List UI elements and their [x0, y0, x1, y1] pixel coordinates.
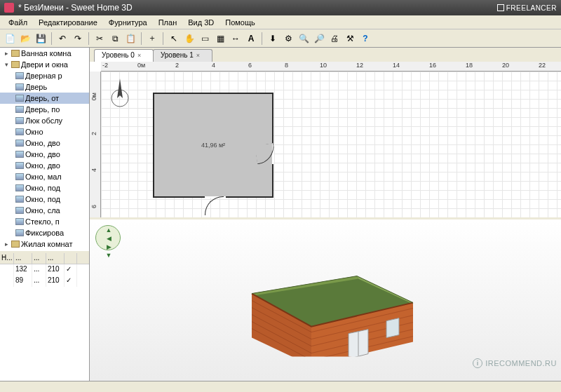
pan-tool[interactable]: ✋	[182, 32, 196, 46]
tool-a[interactable]: ⚙	[281, 32, 295, 46]
menu-bar: Файл Редактирование Фурнитура План Вид 3…	[0, 15, 561, 29]
catalog-item[interactable]: Дверь	[0, 81, 89, 93]
table-row[interactable]: 89 ... 210 ✓	[0, 276, 89, 287]
catalog-item[interactable]: Окно	[0, 126, 89, 137]
item-icon	[15, 106, 24, 113]
open-button[interactable]: 📂	[18, 32, 32, 46]
catalog-item[interactable]: Дверь, по	[0, 104, 89, 115]
catalog-item[interactable]: Фиксирова	[0, 227, 89, 238]
cut-button[interactable]: ✂	[93, 32, 107, 46]
catalog-item[interactable]: Стекло, п	[0, 216, 89, 227]
item-icon	[15, 95, 24, 102]
3d-view[interactable]: ▲ ◀▶ ▼	[90, 219, 561, 381]
collapse-icon[interactable]: ▾	[3, 61, 10, 68]
catalog-category[interactable]: ▸Жилая комнат	[0, 238, 89, 250]
catalog-item-selected[interactable]: Дверь, от	[0, 93, 89, 104]
catalog-item[interactable]: Окно, под	[0, 182, 89, 194]
svg-marker-19	[386, 318, 399, 337]
toolbar: 📄 📂 💾 ↶ ↷ ✂ ⧉ 📋 ＋ ↖ ✋ ▭ ▦ ↔ A ⬇ ⚙ 🔍 🔎 🖨 …	[0, 29, 561, 48]
add-furniture-button[interactable]: ＋	[145, 32, 159, 46]
paste-button[interactable]: 📋	[123, 32, 137, 46]
dimension-tool[interactable]: ↔	[229, 32, 243, 46]
item-icon	[15, 128, 24, 135]
item-icon	[15, 72, 24, 79]
catalog-item[interactable]: Дверная р	[0, 70, 89, 81]
furniture-catalog[interactable]: ▸Ванная комна ▾Двери и окна Дверная р Дв…	[0, 48, 89, 253]
freelancer-badge: FREELANCER	[497, 4, 557, 12]
menu-plan[interactable]: План	[153, 17, 183, 28]
watermark: i IRECOMMEND.RU	[473, 358, 557, 368]
select-tool[interactable]: ↖	[167, 32, 181, 46]
redo-button[interactable]: ↷	[71, 32, 85, 46]
compass-icon[interactable]	[109, 77, 130, 108]
copy-button[interactable]: ⧉	[108, 32, 122, 46]
new-button[interactable]: 📄	[3, 32, 17, 46]
tool-b[interactable]: 🔍	[297, 32, 311, 46]
folder-icon	[11, 50, 20, 57]
level-tabs: Уровень 0× Уровень 1×	[90, 48, 561, 62]
folder-icon	[11, 241, 20, 248]
freelancer-icon	[497, 4, 504, 11]
catalog-item[interactable]: Окно, дво	[0, 137, 89, 149]
prefs-button[interactable]: ⚒	[343, 32, 357, 46]
door-opening[interactable]	[272, 143, 273, 164]
tab-level-1[interactable]: Уровень 1×	[153, 49, 212, 62]
menu-edit[interactable]: Редактирование	[33, 17, 103, 28]
catalog-item[interactable]: Люк обслу	[0, 115, 89, 126]
tool-d[interactable]: 🖨	[327, 32, 342, 46]
right-panel: Уровень 0× Уровень 1× -2 0м 2 4 6 8 10 1…	[90, 48, 561, 381]
horizontal-ruler: -2 0м 2 4 6 8 10 12 14 16 18 20 22	[101, 62, 561, 72]
catalog-category[interactable]: ▾Двери и окна	[0, 59, 89, 70]
close-icon[interactable]: ×	[137, 52, 146, 60]
nav-right-icon[interactable]: ▶	[104, 243, 113, 251]
catalog-item[interactable]: Окно, мал	[0, 171, 89, 182]
room-shape[interactable]: 41,96 м²	[153, 93, 273, 198]
undo-button[interactable]: ↶	[55, 32, 69, 46]
nav-up-icon[interactable]: ▲	[104, 226, 113, 234]
catalog-item[interactable]: Окно, дво	[0, 160, 89, 171]
catalog-category[interactable]: ▸Ванная комна	[0, 48, 89, 59]
catalog-item[interactable]: Окно, дво	[0, 149, 89, 160]
door-opening[interactable]	[205, 196, 226, 198]
plan-view[interactable]: -2 0м 2 4 6 8 10 12 14 16 18 20 22 0м 2	[90, 62, 561, 217]
item-icon	[15, 184, 24, 191]
app-icon	[4, 3, 14, 13]
help-button[interactable]: ?	[358, 32, 372, 46]
wall-tool[interactable]: ▭	[198, 32, 212, 46]
item-icon	[15, 229, 24, 236]
import-button[interactable]: ⬇	[266, 32, 280, 46]
menu-furniture[interactable]: Фурнитура	[103, 17, 153, 28]
item-icon	[15, 117, 24, 124]
window-title: * БезИмени - Sweet Home 3D	[18, 3, 133, 13]
expand-icon[interactable]: ▸	[3, 241, 10, 248]
item-icon	[15, 151, 24, 158]
item-icon	[15, 83, 24, 90]
tab-level-0[interactable]: Уровень 0×	[94, 49, 154, 62]
room-tool[interactable]: ▦	[213, 32, 227, 46]
save-button[interactable]: 💾	[34, 32, 48, 46]
nav-down-icon[interactable]: ▼	[104, 251, 113, 259]
tool-c[interactable]: 🔎	[312, 32, 326, 46]
table-row[interactable]: 132 ... 210 ✓	[0, 264, 89, 276]
text-tool[interactable]: A	[244, 32, 258, 46]
left-panel: ▸Ванная комна ▾Двери и окна Дверная р Дв…	[0, 48, 90, 381]
vertical-ruler: 0м 2 4 6	[90, 72, 101, 217]
catalog-item[interactable]: Окно, под	[0, 194, 89, 205]
nav-left-icon[interactable]: ◀	[104, 234, 113, 243]
item-icon	[15, 162, 24, 169]
3d-nav-control[interactable]: ▲ ◀▶ ▼	[95, 225, 121, 250]
info-icon: i	[473, 358, 482, 368]
expand-icon[interactable]: ▸	[3, 50, 10, 57]
3d-model[interactable]	[231, 248, 420, 356]
table-header: Н... ... ... ...	[0, 253, 89, 264]
catalog-item[interactable]: Окно, сла	[0, 205, 89, 216]
furniture-table[interactable]: Н... ... ... ... 132 ... 210 ✓ 89 ... 21…	[0, 253, 89, 381]
plan-panel: Уровень 0× Уровень 1× -2 0м 2 4 6 8 10 1…	[90, 48, 561, 219]
main-area: ▸Ванная комна ▾Двери и окна Дверная р Дв…	[0, 48, 561, 381]
menu-3d[interactable]: Вид 3D	[182, 17, 219, 28]
close-icon[interactable]: ×	[196, 52, 205, 60]
menu-help[interactable]: Помощь	[219, 17, 261, 28]
item-icon	[15, 218, 24, 225]
item-icon	[15, 207, 24, 214]
menu-file[interactable]: Файл	[3, 17, 33, 28]
